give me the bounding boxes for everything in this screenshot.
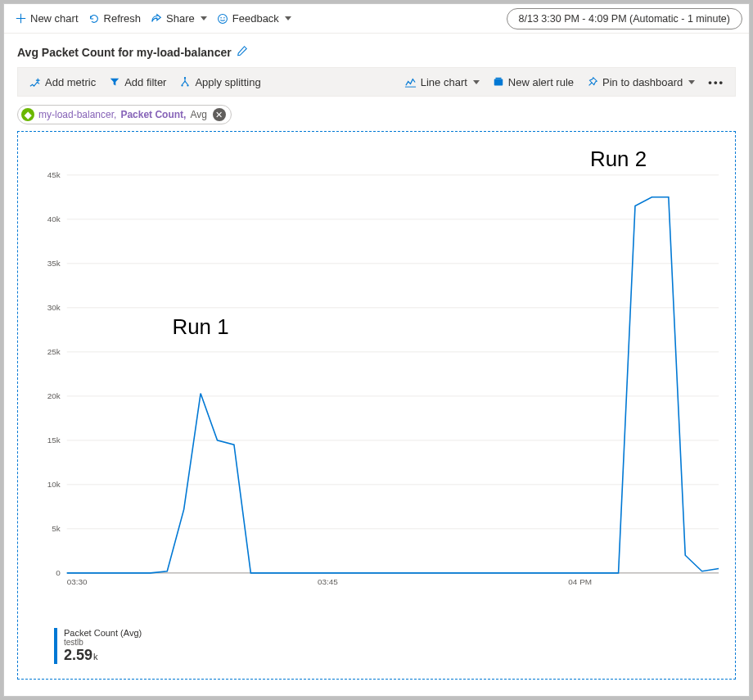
add-filter-label: Add filter — [124, 76, 166, 88]
metric-chip[interactable]: ◆ my-load-balancer, Packet Count, Avg ✕ — [17, 105, 232, 124]
svg-text:Run 1: Run 1 — [173, 315, 229, 338]
chart-legend[interactable]: Packet Count (Avg) testlb 2.59k — [54, 628, 142, 664]
add-filter-button[interactable]: Add filter — [103, 70, 172, 94]
svg-point-1 — [220, 16, 222, 18]
svg-text:10k: 10k — [47, 480, 61, 489]
svg-text:40k: 40k — [47, 215, 61, 224]
svg-text:20k: 20k — [47, 391, 61, 400]
resource-icon: ◆ — [21, 108, 34, 121]
top-action-bar: New chart Refresh Share Feedback 8/13 3:… — [4, 4, 749, 34]
svg-text:Run 2: Run 2 — [590, 147, 647, 170]
remove-chip-button[interactable]: ✕ — [213, 108, 226, 121]
chip-resource: my-load-balancer, — [38, 109, 116, 120]
close-icon: ✕ — [215, 110, 223, 120]
metric-chip-row: ◆ my-load-balancer, Packet Count, Avg ✕ — [17, 105, 736, 124]
svg-point-2 — [223, 16, 225, 18]
new-chart-button[interactable]: New chart — [11, 7, 83, 30]
feedback-label: Feedback — [232, 12, 279, 25]
edit-title-button[interactable] — [237, 45, 248, 59]
svg-point-5 — [184, 77, 186, 79]
new-alert-button[interactable]: New alert rule — [487, 70, 579, 94]
chart-title-row: Avg Packet Count for my-load-balancer — [17, 45, 736, 59]
chart-plot-container: 05k10k15k20k25k30k35k40k45k03:3003:4504 … — [17, 131, 736, 680]
refresh-icon — [88, 13, 100, 25]
chip-aggregation: Avg — [190, 109, 206, 120]
add-metric-icon — [29, 76, 41, 88]
apply-splitting-label: Apply splitting — [195, 76, 260, 88]
svg-text:03:30: 03:30 — [67, 577, 88, 586]
svg-text:45k: 45k — [47, 170, 61, 179]
svg-rect-6 — [494, 79, 503, 86]
chevron-down-icon — [688, 80, 695, 84]
legend-text: Packet Count (Avg) testlb 2.59k — [64, 628, 142, 664]
chart-type-label: Line chart — [421, 76, 467, 88]
svg-text:25k: 25k — [47, 347, 61, 356]
pin-dashboard-label: Pin to dashboard — [602, 76, 683, 88]
pin-dashboard-button[interactable]: Pin to dashboard — [581, 70, 701, 94]
line-chart-icon — [404, 76, 417, 88]
chart-toolbar: Add metric Add filter Apply splitting Li — [17, 67, 736, 97]
time-range-pill[interactable]: 8/13 3:30 PM - 4:09 PM (Automatic - 1 mi… — [507, 8, 742, 29]
chart-area: Avg Packet Count for my-load-balancer Ad… — [4, 34, 749, 693]
svg-text:0: 0 — [56, 568, 61, 577]
new-alert-label: New alert rule — [508, 76, 574, 88]
chip-metric: Packet Count, — [120, 109, 186, 120]
add-metric-button[interactable]: Add metric — [23, 70, 101, 94]
chart-type-button[interactable]: Line chart — [399, 70, 485, 94]
legend-resource-name: testlb — [64, 638, 142, 647]
svg-text:30k: 30k — [47, 303, 61, 312]
share-icon — [151, 13, 162, 25]
more-options-button[interactable]: ••• — [702, 70, 730, 94]
new-chart-label: New chart — [30, 12, 79, 25]
share-label: Share — [166, 12, 195, 25]
legend-series-name: Packet Count (Avg) — [64, 628, 142, 638]
alert-icon — [493, 76, 504, 88]
time-range-label: 8/13 3:30 PM - 4:09 PM (Automatic - 1 mi… — [519, 13, 730, 25]
legend-value: 2.59k — [64, 647, 142, 664]
chevron-down-icon — [201, 16, 207, 20]
svg-text:04 PM: 04 PM — [568, 577, 592, 586]
legend-color-bar — [54, 628, 57, 664]
svg-point-3 — [182, 84, 183, 86]
plus-icon — [16, 13, 26, 24]
pin-icon — [587, 76, 598, 88]
metrics-panel: New chart Refresh Share Feedback 8/13 3:… — [3, 3, 750, 697]
refresh-label: Refresh — [104, 12, 142, 25]
line-chart-svg[interactable]: 05k10k15k20k25k30k35k40k45k03:3003:4504 … — [18, 132, 735, 607]
add-metric-label: Add metric — [45, 76, 96, 88]
filter-icon — [109, 76, 120, 88]
apply-splitting-button[interactable]: Apply splitting — [174, 70, 266, 94]
refresh-button[interactable]: Refresh — [83, 7, 147, 30]
svg-text:15k: 15k — [47, 436, 61, 445]
feedback-button[interactable]: Feedback — [212, 7, 296, 30]
chevron-down-icon — [473, 80, 480, 84]
svg-text:03:45: 03:45 — [318, 577, 338, 586]
smiley-icon — [217, 13, 228, 25]
share-button[interactable]: Share — [146, 7, 212, 30]
svg-point-4 — [187, 84, 189, 86]
svg-text:35k: 35k — [47, 259, 61, 268]
split-icon — [179, 76, 191, 88]
pencil-icon — [237, 45, 248, 56]
chevron-down-icon — [285, 16, 291, 20]
chart-title: Avg Packet Count for my-load-balancer — [17, 46, 232, 59]
svg-point-0 — [218, 14, 227, 23]
svg-text:5k: 5k — [52, 524, 61, 533]
ellipsis-icon: ••• — [708, 76, 724, 88]
